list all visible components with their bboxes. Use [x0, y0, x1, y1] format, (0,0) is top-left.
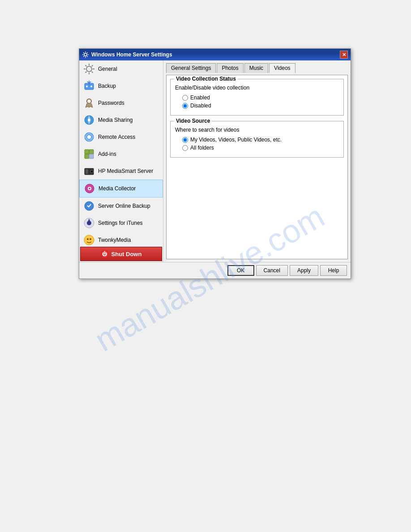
main-content: General Settings Photos Music Videos Vid…	[163, 60, 351, 262]
sidebar: General Backup	[79, 60, 163, 262]
server-online-backup-icon	[83, 200, 95, 212]
tabs: General Settings Photos Music Videos	[166, 63, 348, 73]
window-body: General Backup	[79, 60, 351, 262]
sidebar-label-remote-access: Remote Access	[98, 134, 135, 140]
svg-rect-13	[89, 154, 94, 159]
svg-point-5	[87, 99, 91, 103]
sidebar-item-backup[interactable]: Backup	[79, 77, 163, 94]
sidebar-label-passwords: Passwords	[98, 100, 124, 106]
video-source-title: Video Source	[174, 118, 212, 124]
svg-rect-11	[89, 150, 94, 154]
svg-rect-10	[85, 150, 89, 154]
bottom-buttons: OK Cancel Apply Help	[79, 262, 351, 279]
svg-point-0	[84, 53, 87, 56]
sidebar-label-general: General	[98, 66, 117, 72]
general-icon	[83, 63, 95, 75]
svg-point-1	[86, 66, 92, 72]
all-folders-label: All folders	[190, 145, 214, 151]
settings-window: Windows Home Server Settings ✕ General	[79, 48, 351, 279]
help-button[interactable]: Help	[320, 265, 347, 276]
ok-button[interactable]: OK	[227, 265, 254, 276]
svg-point-4	[90, 86, 92, 87]
tab-photos[interactable]: Photos	[217, 63, 243, 73]
enabled-label: Enabled	[190, 94, 210, 101]
collection-status-title: Video Collection Status	[174, 76, 238, 82]
svg-rect-12	[85, 154, 89, 159]
tab-music[interactable]: Music	[244, 63, 268, 73]
sidebar-item-add-ins[interactable]: Add-ins	[79, 146, 163, 163]
sidebar-label-settings-itunes: Settings for iTunes	[98, 220, 143, 226]
shutdown-label: Shut Down	[111, 251, 142, 257]
sidebar-item-media-collector[interactable]: Media Collector	[79, 180, 163, 197]
svg-point-9	[87, 135, 91, 139]
svg-point-3	[86, 86, 88, 87]
passwords-icon	[83, 97, 95, 109]
hp-mediasmart-icon	[83, 165, 95, 177]
sidebar-item-general[interactable]: General	[79, 60, 163, 77]
sidebar-scroll[interactable]: General Backup	[79, 60, 163, 246]
backup-icon	[83, 80, 95, 92]
videos-tab-content: Video Collection Status Enable/Disable v…	[166, 75, 348, 259]
svg-point-19	[89, 188, 90, 189]
sidebar-item-hp-mediasmart[interactable]: HP MediaSmart Server	[79, 163, 163, 180]
sidebar-label-backup: Backup	[98, 83, 116, 89]
enabled-radio[interactable]	[182, 95, 188, 101]
close-button[interactable]: ✕	[340, 51, 348, 59]
my-videos-radio[interactable]	[182, 137, 188, 143]
shutdown-button[interactable]: ⏻ Shut Down	[80, 247, 162, 261]
cancel-button[interactable]: Cancel	[256, 265, 288, 276]
disabled-option[interactable]: Disabled	[182, 103, 339, 109]
sidebar-item-twonkymedia[interactable]: TwonkyMedia	[79, 232, 163, 246]
shutdown-icon: ⏻	[101, 250, 109, 258]
video-source-section: Video Source Where to search for videos …	[170, 121, 344, 158]
sidebar-item-passwords[interactable]: Passwords	[79, 94, 163, 112]
window-icon	[82, 51, 89, 58]
sidebar-item-media-sharing[interactable]: Media Sharing	[79, 112, 163, 129]
sidebar-item-remote-access[interactable]: Remote Access	[79, 129, 163, 146]
svg-point-23	[84, 235, 94, 245]
add-ins-icon	[83, 148, 95, 160]
my-videos-label: My Videos, Videos, Public Videos, etc.	[190, 137, 282, 143]
video-source-description: Where to search for videos	[175, 127, 339, 133]
sidebar-label-hp-mediasmart: HP MediaSmart Server	[98, 168, 153, 174]
sidebar-label-twonkymedia: TwonkyMedia	[98, 237, 131, 243]
tab-videos[interactable]: Videos	[269, 63, 295, 73]
all-folders-radio[interactable]	[182, 145, 188, 151]
svg-point-25	[90, 238, 91, 240]
sidebar-item-settings-itunes[interactable]: Settings for iTunes	[79, 215, 163, 232]
svg-rect-15	[86, 169, 88, 174]
title-bar-left: Windows Home Server Settings	[82, 51, 172, 58]
twonkymedia-icon	[83, 234, 95, 246]
window-title: Windows Home Server Settings	[91, 51, 172, 58]
sidebar-label-media-collector: Media Collector	[98, 185, 136, 192]
sidebar-label-server-online-backup: Server Online Backup	[98, 203, 150, 209]
title-bar: Windows Home Server Settings ✕	[79, 49, 351, 60]
remote-access-icon	[83, 131, 95, 143]
collection-status-description: Enable/Disable video collection	[175, 85, 339, 91]
media-sharing-icon	[83, 114, 95, 126]
all-folders-option[interactable]: All folders	[182, 145, 339, 151]
sidebar-item-server-online-backup[interactable]: Server Online Backup	[79, 197, 163, 215]
settings-itunes-icon	[83, 217, 95, 229]
sidebar-label-media-sharing: Media Sharing	[98, 117, 133, 123]
enabled-option[interactable]: Enabled	[182, 94, 339, 101]
collection-status-section: Video Collection Status Enable/Disable v…	[170, 79, 344, 116]
sidebar-label-add-ins: Add-ins	[98, 151, 116, 157]
my-videos-option[interactable]: My Videos, Videos, Public Videos, etc.	[182, 137, 339, 143]
apply-button[interactable]: Apply	[290, 265, 318, 276]
media-collector-icon	[83, 182, 96, 195]
tab-general-settings[interactable]: General Settings	[166, 63, 216, 73]
svg-point-16	[90, 170, 93, 173]
svg-point-24	[87, 238, 89, 240]
svg-point-22	[87, 221, 91, 225]
disabled-label: Disabled	[190, 103, 211, 109]
disabled-radio[interactable]	[182, 103, 188, 109]
